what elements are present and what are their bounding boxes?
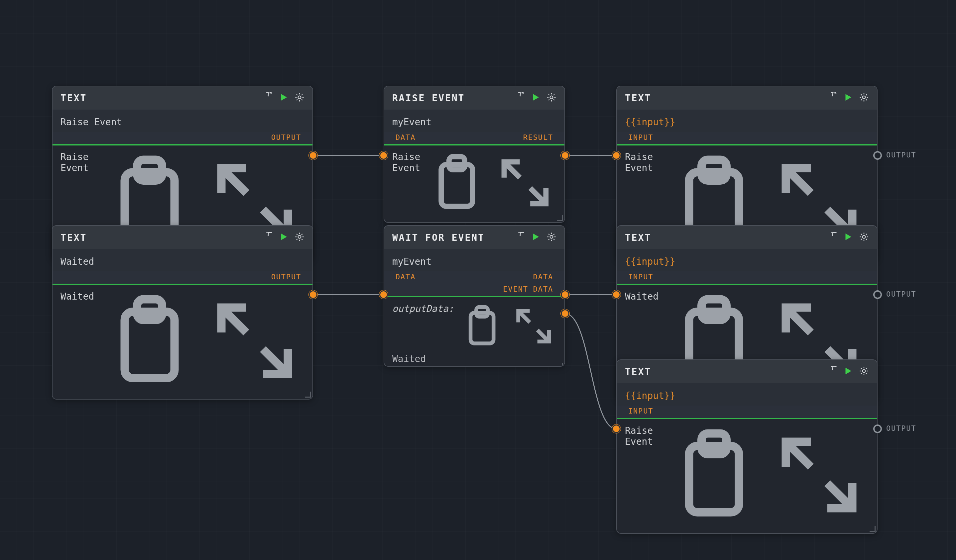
port-n7_out[interactable] <box>873 425 882 433</box>
node-n4[interactable]: TEXT Waited OUTPUT Waited <box>52 225 313 400</box>
gear-icon[interactable] <box>547 93 557 104</box>
expand-icon[interactable] <box>769 425 869 527</box>
clipboard-icon[interactable] <box>664 425 764 527</box>
clipboard-icon[interactable] <box>459 303 505 351</box>
expand-icon[interactable] <box>205 291 305 393</box>
port-label-input: INPUT <box>628 273 653 281</box>
output-value: Waited <box>60 291 94 302</box>
pin-icon[interactable] <box>827 93 837 104</box>
node-body: Raise Event <box>52 110 313 132</box>
node-body: {{input}} <box>617 110 877 132</box>
gear-icon[interactable] <box>294 93 305 104</box>
port-n6_in[interactable] <box>612 290 621 299</box>
port-n7_in[interactable] <box>612 425 621 433</box>
port-n6_out[interactable] <box>873 290 882 299</box>
node-header[interactable]: TEXT <box>617 226 877 249</box>
node-title: WAIT FOR EVENT <box>392 232 510 243</box>
node-header[interactable]: RAISE EVENT <box>384 86 564 110</box>
gear-icon[interactable] <box>547 232 557 243</box>
node-title: TEXT <box>60 93 258 104</box>
node-output: outputData: Waited <box>384 297 564 367</box>
expand-icon[interactable] <box>511 303 557 351</box>
pin-icon[interactable] <box>263 93 272 104</box>
port-label-data: DATA <box>396 133 415 141</box>
port-label-output-external: OUTPUT <box>886 424 916 433</box>
clipboard-icon[interactable] <box>100 291 200 393</box>
node-n7[interactable]: TEXT {{input}} INPUT OUTPUT Raise Event <box>616 359 877 534</box>
port-label-input: INPUT <box>628 133 653 141</box>
port-n5_edata[interactable] <box>561 309 569 318</box>
play-icon[interactable] <box>843 93 853 104</box>
node-body-text: {{input}} <box>625 256 675 267</box>
port-n1_out[interactable] <box>309 151 318 160</box>
port-label-data: DATA <box>396 273 415 281</box>
gear-icon[interactable] <box>859 366 869 377</box>
gear-icon[interactable] <box>859 232 869 243</box>
node-title: TEXT <box>625 93 822 104</box>
output-value: Raise Event <box>392 151 420 173</box>
divider-bar <box>617 418 877 419</box>
divider-bar <box>384 144 564 146</box>
play-icon[interactable] <box>278 232 289 243</box>
pin-icon[interactable] <box>827 366 837 377</box>
port-n4_out[interactable] <box>309 290 318 299</box>
node-body: myEvent <box>384 249 564 271</box>
node-title: TEXT <box>60 232 258 243</box>
output-value: Raise Event <box>625 425 659 447</box>
pin-icon[interactable] <box>514 93 525 104</box>
node-body: myEvent <box>384 110 564 132</box>
output-label: outputData: <box>392 303 454 314</box>
port-label-input: INPUT <box>628 407 653 415</box>
port-label-eventdata: EVENT DATA <box>503 285 553 293</box>
play-icon[interactable] <box>530 232 541 243</box>
node-body: {{input}} <box>617 249 877 271</box>
node-body-text: {{input}} <box>625 116 675 127</box>
node-output: Raise Event <box>617 419 877 533</box>
node-body-text: myEvent <box>392 256 431 267</box>
edge <box>565 314 616 429</box>
port-label-result: RESULT <box>523 133 553 141</box>
node-body-text: Raise Event <box>60 116 122 127</box>
node-n2[interactable]: RAISE EVENT myEvent DATA RESULT Raise Ev… <box>384 86 565 223</box>
divider-bar <box>617 284 877 285</box>
output-value: Waited <box>625 291 659 302</box>
node-header[interactable]: TEXT <box>617 360 877 383</box>
play-icon[interactable] <box>843 232 853 243</box>
node-output: Raise Event <box>384 146 564 223</box>
expand-icon[interactable] <box>494 151 557 216</box>
node-body-text: {{input}} <box>625 390 675 401</box>
node-body-text: Waited <box>60 256 94 267</box>
port-n3_in[interactable] <box>612 151 621 160</box>
node-title: TEXT <box>625 366 822 377</box>
node-graph-canvas[interactable]: TEXT Raise Event OUTPUT Raise Event RAIS… <box>0 0 956 560</box>
pin-icon[interactable] <box>827 232 837 243</box>
pin-icon[interactable] <box>263 232 272 243</box>
gear-icon[interactable] <box>859 93 869 104</box>
play-icon[interactable] <box>530 93 541 104</box>
divider-bar <box>52 144 313 146</box>
port-label-data-out: DATA <box>533 273 553 281</box>
gear-icon[interactable] <box>294 232 305 243</box>
port-n3_out[interactable] <box>873 151 882 160</box>
node-body: {{input}} <box>617 383 877 406</box>
node-header[interactable]: WAIT FOR EVENT <box>384 226 564 249</box>
port-n2_data[interactable] <box>379 151 388 160</box>
node-header[interactable]: TEXT <box>52 86 313 110</box>
port-n5_data[interactable] <box>379 290 388 299</box>
node-n5[interactable]: WAIT FOR EVENT myEvent DATA DATA EVENT D… <box>384 225 565 367</box>
clipboard-icon[interactable] <box>426 151 488 216</box>
divider-bar <box>52 284 313 285</box>
port-n5_odata[interactable] <box>561 290 569 299</box>
port-n2_res[interactable] <box>561 151 569 160</box>
node-header[interactable]: TEXT <box>617 86 877 110</box>
node-output: Waited <box>52 285 313 399</box>
port-label-output-external: OUTPUT <box>886 151 916 159</box>
play-icon[interactable] <box>843 366 853 377</box>
divider-bar <box>384 296 564 297</box>
node-title: TEXT <box>625 232 822 243</box>
output-value: Raise Event <box>625 151 659 173</box>
port-label-output-external: OUTPUT <box>886 290 916 298</box>
node-header[interactable]: TEXT <box>52 226 313 249</box>
play-icon[interactable] <box>278 93 289 104</box>
pin-icon[interactable] <box>514 232 525 243</box>
